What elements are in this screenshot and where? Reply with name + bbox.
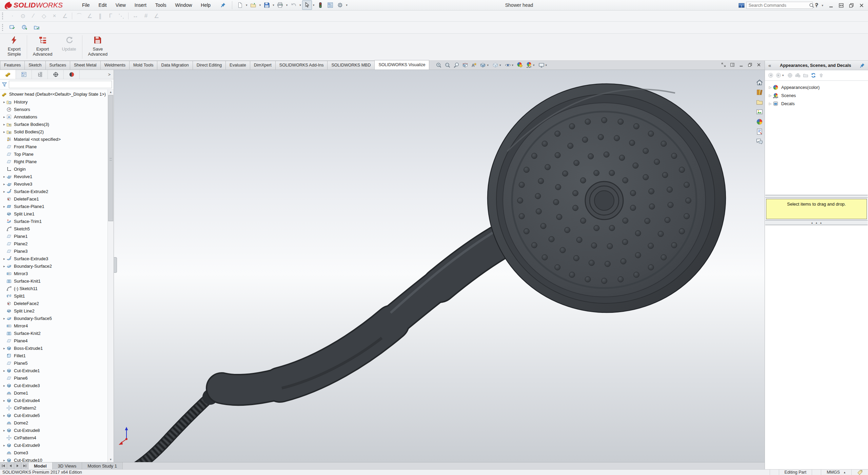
print-dropdown-icon[interactable]: ▾ [285,3,289,7]
tab-displaymanager[interactable] [64,70,80,79]
expand-arrow-icon[interactable]: ▸ [2,346,6,350]
toolbar-drag-handle[interactable] [2,24,3,31]
tree-item-plane1[interactable]: Plane1 [0,232,108,240]
tree-item-plane4[interactable]: Plane4 [0,337,108,344]
copy-appearance-button[interactable] [795,73,801,78]
pin-menu-icon[interactable] [220,2,226,8]
pin-pane-icon[interactable] [856,63,868,68]
trim-icon[interactable]: × [49,12,60,20]
expand-arrow-icon[interactable]: ▷ [768,102,773,106]
tree-item-revolve3[interactable]: ▸Revolve3 [0,180,108,188]
tree-item-dome2[interactable]: Dome2 [0,419,108,426]
tree-item-plane6[interactable]: Plane6 [0,374,108,382]
open-file-button[interactable] [803,73,808,78]
view-settings-dropdown-icon[interactable]: ▾ [545,63,548,67]
expand-arrow-icon[interactable]: ▸ [2,205,6,208]
zoom-to-area-button[interactable] [443,62,452,68]
tree-item-front-plane[interactable]: Front Plane [0,143,108,150]
previous-view-button[interactable] [452,62,461,68]
tree-item-deleteface1[interactable]: DeleteFace1 [0,195,108,203]
filter-input[interactable] [9,81,112,88]
tree-item-mirror4[interactable]: Mirror4 [0,322,108,329]
custom-properties-icon[interactable] [756,128,763,135]
expand-arrow-icon[interactable]: ▷ [768,94,773,97]
save-dropdown-icon[interactable]: ▾ [272,3,275,7]
pane-item-appearances-color-[interactable]: ▷Appearances(color) [765,83,868,91]
tree-item-history[interactable]: ▸History [0,98,108,106]
menu-tools[interactable]: Tools [151,0,171,11]
filter-icon[interactable] [2,82,7,87]
expand-arrow-icon[interactable]: ▸ [2,175,6,178]
menu-window[interactable]: Window [171,0,197,11]
file-explorer-icon[interactable] [756,98,763,106]
tab-sheet-metal[interactable]: Sheet Metal [70,61,101,70]
export-simple-button[interactable]: ExportSimple [3,34,26,60]
expand-arrow-icon[interactable]: ▸ [2,100,6,104]
tab-features[interactable]: Features [0,61,25,70]
back-button[interactable] [768,73,773,78]
tab-solidworks-visualize[interactable]: SOLIDWORKS Visualize [374,60,429,70]
expand-arrow-icon[interactable]: ▸ [2,264,6,268]
expand-panel-chevron-icon[interactable]: > [105,70,114,79]
tree-item-fillet1[interactable]: Fillet1 [0,352,108,359]
tree-item-boundary-surface2[interactable]: ▸Boundary-Surface2 [0,262,108,270]
toolbar-drag-handle[interactable] [2,13,3,19]
tree-item-cut-extrude5[interactable]: ▸Cut-Extrude5 [0,412,108,419]
save-advanced-button[interactable]: SaveAdvanced [83,34,113,60]
zoom-to-fit-button[interactable] [434,62,443,68]
doc-tab-3d-views[interactable]: 3D Views [53,462,82,469]
export-advanced-button[interactable]: ExportAdvanced [28,34,57,60]
tree-item-solid-bodies-2[interactable]: ▸Solid Bodies(2) [0,128,108,135]
restore-document-button[interactable] [748,62,752,67]
tab-dimxpert[interactable]: DimXpert [250,61,276,70]
tree-item-sketch11[interactable]: (-) Sketch11 [0,285,108,292]
graphics-viewport[interactable] [114,70,765,462]
rebuild-button[interactable] [315,0,325,10]
apply-scene-dropdown-icon[interactable]: ▾ [532,63,536,67]
solidworks-resources-icon[interactable] [756,79,763,86]
tree-item-plane3[interactable]: Plane3 [0,247,108,255]
tree-item-right-plane[interactable]: Right Plane [0,158,108,165]
tree-item-sensors[interactable]: Sensors [0,106,108,113]
scrollbar-thumb[interactable] [108,95,113,221]
expand-arrow-icon[interactable]: ▸ [2,384,6,387]
view-settings-button[interactable]: ▾ [537,62,550,68]
open-document-button[interactable] [249,0,258,10]
expand-arrow-icon[interactable]: ▸ [2,257,6,261]
circle-icon[interactable]: ⊙ [18,12,28,20]
angle-icon[interactable]: ∠ [60,12,70,20]
print-button[interactable] [275,0,285,10]
tree-item-material-not-specified[interactable]: Material <not specified> [0,135,108,143]
pane-item-scenes[interactable]: ▷Scenes [765,91,868,99]
tab-direct-editing[interactable]: Direct Editing [193,61,226,70]
tree-item-boundary-surface5[interactable]: ▸Boundary-Surface5 [0,315,108,322]
tab-surfaces[interactable]: Surfaces [45,61,70,70]
menu-view[interactable]: View [111,0,130,11]
expand-arrow-icon[interactable]: ▷ [768,86,773,89]
parallel-icon[interactable]: ∥ [95,12,105,20]
collapse-pane-icon[interactable]: « [765,62,774,68]
tree-scrollbar[interactable]: ▲ ▼ [107,90,114,462]
forward-button[interactable]: ▾ [776,73,785,78]
tree-root-item[interactable]: Shower head (Default<<Default>_Display S… [0,91,108,98]
tree-item-cut-extrude4[interactable]: ▸Cut-Extrude4 [0,397,108,404]
solidworks-forum-icon[interactable] [756,138,763,145]
tree-item-annotations[interactable]: ▸AAnnotations [0,113,108,120]
split-pane-button[interactable] [730,62,735,67]
expand-document-button[interactable] [721,62,726,67]
menu-file[interactable]: File [78,0,94,11]
first-tab-button[interactable] [0,462,7,469]
expand-arrow-icon[interactable]: ▸ [2,399,6,402]
visualize-queue-check-icon[interactable] [7,23,17,32]
next-tab-button[interactable] [14,462,21,469]
status-units[interactable]: MMGS▲ [821,470,851,475]
chamfer-icon[interactable]: ∠ [84,12,95,20]
last-tab-button[interactable] [21,462,28,469]
tree-item-surface-extrude3[interactable]: ▸Surface-Extrude3 [0,255,108,262]
edit-appearance-button[interactable] [787,73,793,78]
design-library-icon[interactable] [756,89,763,96]
select-dropdown-icon[interactable]: ▾ [312,3,316,7]
tree-item-surface-extrude2[interactable]: ▸Surface-Extrude2 [0,188,108,195]
minimize-document-button[interactable] [739,62,744,67]
tree-item-dome1[interactable]: Dome1 [0,389,108,397]
